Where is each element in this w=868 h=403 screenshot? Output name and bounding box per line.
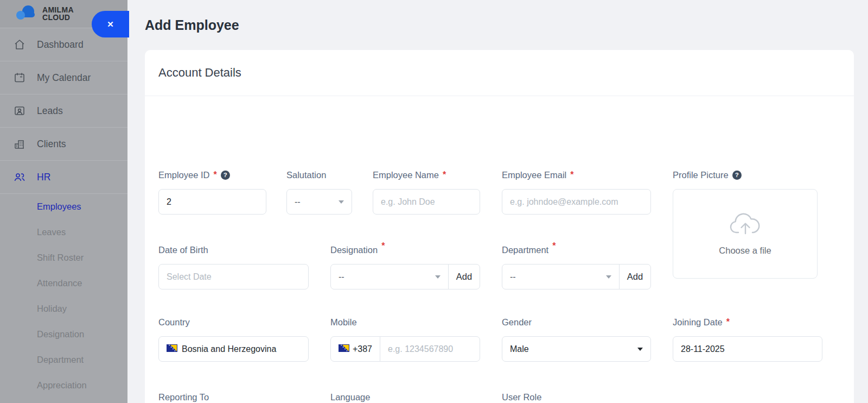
sidebar-subitem-department[interactable]: Department — [0, 347, 127, 373]
sidebar-subitem-holiday[interactable]: Holiday — [0, 296, 127, 322]
profile-picture-field-group: Profile Picture ? Choose a file — [673, 169, 818, 279]
brand-line2: CLOUD — [42, 14, 74, 21]
profile-picture-upload[interactable]: Choose a file — [673, 189, 818, 279]
building-icon — [14, 138, 25, 150]
sidebar-nav: Dashboard My Calendar Leads Clients HR — [0, 28, 127, 398]
mobile-input[interactable] — [380, 336, 480, 362]
sidebar-close-button[interactable]: ✕ — [92, 11, 129, 37]
joining-date-field-group: Joining Date * — [673, 317, 822, 362]
sidebar-subitem-shift-roster[interactable]: Shift Roster — [0, 245, 127, 270]
subitem-label: Shift Roster — [37, 253, 84, 263]
designation-label: Designation * — [330, 244, 480, 255]
joining-date-label: Joining Date * — [673, 317, 822, 328]
required-marker: * — [726, 317, 730, 327]
employee-id-field-group: Employee ID * ? — [158, 169, 266, 215]
mobile-label: Mobile — [330, 317, 480, 328]
date-of-birth-label: Date of Birth — [158, 244, 309, 255]
date-of-birth-input[interactable] — [158, 264, 309, 289]
designation-field-group: Designation * -- Add — [330, 244, 480, 289]
dial-code-select[interactable]: +387 — [330, 336, 380, 362]
salutation-select[interactable]: -- — [286, 189, 352, 215]
chevron-down-icon — [435, 275, 441, 279]
sidebar-item-my-calendar[interactable]: My Calendar — [0, 61, 127, 95]
gender-field-group: Gender Male — [502, 317, 651, 362]
people-icon — [14, 171, 25, 183]
chevron-down-icon — [637, 348, 643, 351]
gender-select[interactable]: Male — [502, 336, 651, 362]
bosnia-flag-icon — [167, 344, 177, 354]
reporting-to-label: Reporting To — [158, 392, 309, 402]
required-marker: * — [552, 241, 556, 251]
chevron-down-icon — [606, 275, 611, 279]
department-select[interactable]: -- — [502, 264, 620, 289]
department-field-group: Department * -- Add — [502, 244, 651, 289]
designation-select[interactable]: -- — [330, 264, 449, 289]
sidebar-item-clients[interactable]: Clients — [0, 128, 127, 161]
page-title: Add Employee — [145, 17, 239, 33]
country-label: Country — [158, 317, 309, 328]
date-of-birth-field-group: Date of Birth — [158, 244, 309, 289]
employee-id-input[interactable] — [158, 189, 266, 215]
calendar-icon — [14, 72, 25, 84]
subitem-label: Designation — [37, 329, 84, 339]
required-marker: * — [381, 241, 385, 251]
sidebar-item-label: My Calendar — [37, 72, 91, 84]
required-marker: * — [443, 170, 446, 180]
employee-email-label: Employee Email * — [502, 169, 651, 180]
subitem-label: Leaves — [37, 227, 66, 237]
salutation-field-group: Salutation -- — [286, 169, 352, 215]
subitem-label: Department — [37, 355, 84, 365]
subitem-label: Appreciation — [37, 380, 87, 391]
sidebar-item-label: HR — [37, 172, 50, 183]
employee-name-label: Employee Name * — [373, 169, 480, 180]
sidebar-item-leads[interactable]: Leads — [0, 95, 127, 128]
profile-picture-label: Profile Picture ? — [673, 169, 818, 180]
salutation-label: Salutation — [286, 169, 352, 180]
user-role-label: User Role — [502, 392, 651, 402]
country-select[interactable]: Bosnia and Herzegovina — [158, 336, 309, 362]
sidebar: AMILMA CLOUD ✕ Dashboard My Calendar Lea… — [0, 0, 127, 403]
page-header: Add Employee — [145, 0, 239, 50]
user-role-field-group: User Role Employee — [502, 392, 651, 403]
required-marker: * — [213, 170, 216, 180]
help-icon[interactable]: ? — [221, 171, 230, 180]
employee-name-field-group: Employee Name * — [373, 169, 480, 215]
add-employee-form: Employee ID * ? Salutation -- Employee N… — [145, 96, 854, 403]
subitem-label: Attendance — [37, 278, 82, 288]
language-field-group: Language English — [330, 392, 480, 403]
employee-email-field-group: Employee Email * — [502, 169, 651, 215]
choose-file-text: Choose a file — [719, 245, 771, 256]
employee-email-input[interactable] — [502, 189, 651, 215]
cloud-upload-icon — [729, 212, 762, 239]
sidebar-subitem-employees[interactable]: Employees — [0, 194, 127, 219]
contact-card-icon — [14, 105, 25, 117]
sidebar-subitem-leaves[interactable]: Leaves — [0, 219, 127, 245]
sidebar-subitem-attendance[interactable]: Attendance — [0, 270, 127, 296]
card-header: Account Details — [145, 50, 854, 96]
department-add-button[interactable]: Add — [619, 264, 651, 289]
chevron-down-icon — [339, 200, 344, 204]
designation-add-button[interactable]: Add — [448, 264, 480, 289]
sidebar-subitem-designation[interactable]: Designation — [0, 322, 127, 347]
card-title: Account Details — [158, 66, 241, 80]
joining-date-input[interactable] — [673, 336, 822, 362]
sidebar-item-hr[interactable]: HR — [0, 161, 127, 194]
subitem-label: Employees — [37, 202, 81, 212]
reporting-to-field-group: Reporting To -- — [158, 392, 309, 403]
cloud-logo-icon — [14, 4, 38, 24]
language-label: Language — [330, 392, 480, 402]
employee-id-label: Employee ID * ? — [158, 169, 266, 180]
employee-name-input[interactable] — [373, 189, 480, 215]
sidebar-item-label: Dashboard — [37, 39, 84, 51]
required-marker: * — [570, 170, 573, 180]
country-field-group: Country Bosnia and Herzegovina — [158, 317, 309, 362]
gender-label: Gender — [502, 317, 651, 328]
mobile-field-group: Mobile +387 — [330, 317, 480, 362]
sidebar-item-label: Clients — [37, 138, 66, 150]
close-icon: ✕ — [107, 20, 114, 29]
account-details-card: Account Details Employee ID * ? Salutati… — [145, 50, 854, 403]
subitem-label: Holiday — [37, 304, 67, 314]
sidebar-subitem-appreciation[interactable]: Appreciation — [0, 373, 127, 398]
home-icon — [14, 39, 25, 51]
help-icon[interactable]: ? — [732, 171, 742, 180]
